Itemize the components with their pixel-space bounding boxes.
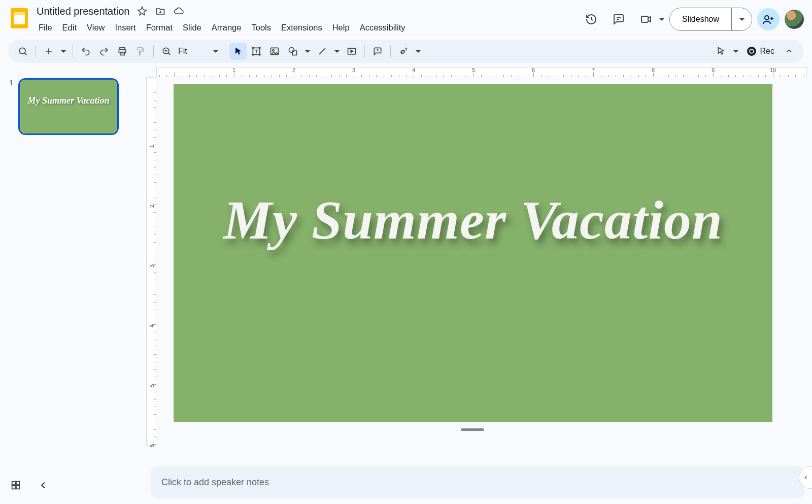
toolbar-separator (225, 45, 225, 57)
slide-thumbnail-row: 1 My Summer Vacation (7, 78, 126, 146)
svg-point-17 (273, 50, 274, 51)
grid-view-icon[interactable] (8, 478, 23, 493)
search-menus-button[interactable] (14, 43, 31, 60)
move-icon[interactable] (152, 3, 169, 20)
zoom-dropdown[interactable] (211, 43, 221, 60)
cloud-status-icon[interactable] (170, 3, 187, 20)
shape-dropdown[interactable] (302, 43, 313, 60)
zoom-level-input[interactable] (176, 44, 210, 59)
new-slide-button[interactable] (40, 43, 57, 60)
star-icon[interactable] (133, 3, 151, 20)
slideshow-split-button: Slideshow (669, 8, 752, 31)
document-title[interactable]: Untitled presentation (33, 6, 132, 17)
line-dropdown[interactable] (332, 43, 342, 60)
toolbar-separator (73, 45, 73, 57)
svg-rect-2 (14, 12, 25, 15)
comments-icon[interactable] (607, 8, 630, 30)
bottom-left-controls (8, 478, 51, 493)
video-call-icon[interactable] (635, 8, 657, 30)
speaker-notes[interactable]: Click to add speaker notes (151, 466, 804, 498)
svg-point-14 (252, 54, 254, 55)
select-tool-button[interactable] (229, 43, 247, 60)
slide-canvas-wrapper: My Summer Vacation (174, 84, 772, 422)
insert-image-button[interactable] (266, 43, 283, 60)
thumbnail-number: 1 (7, 78, 13, 87)
chevron-down-icon (305, 50, 310, 53)
svg-rect-23 (12, 486, 15, 489)
redo-button[interactable] (95, 43, 113, 60)
insert-video-button[interactable] (343, 43, 360, 60)
chevron-down-icon (334, 50, 340, 53)
svg-rect-3 (641, 16, 648, 22)
zoom-tool-button[interactable] (158, 43, 175, 60)
app-logo-icon[interactable] (8, 4, 30, 32)
speaker-notes-placeholder: Click to add speaker notes (161, 477, 269, 488)
menu-insert[interactable]: Insert (110, 21, 141, 35)
workspace: 1 My Summer Vacation 12345678910 123456 … (0, 67, 812, 504)
menu-format[interactable]: Format (141, 21, 178, 35)
svg-rect-24 (16, 486, 19, 489)
slideshow-dropdown[interactable] (731, 8, 752, 30)
menu-view[interactable]: View (82, 21, 110, 35)
svg-rect-22 (16, 482, 19, 485)
pointer-button[interactable] (713, 43, 730, 60)
pointer-dropdown[interactable] (731, 43, 741, 60)
notes-drag-handle[interactable] (461, 428, 484, 431)
history-icon[interactable] (580, 8, 602, 30)
toolbar-separator (364, 45, 365, 57)
canvas-area: 12345678910 123456 My Summer Vacation Cl… (133, 67, 812, 504)
menu-help[interactable]: Help (327, 21, 355, 35)
slide-title-text[interactable]: My Summer Vacation (223, 193, 723, 248)
svg-rect-19 (292, 51, 296, 55)
menu-extensions[interactable]: Extensions (276, 21, 327, 35)
menu-file[interactable]: File (33, 21, 57, 35)
shape-button[interactable] (284, 43, 301, 60)
menu-bar: File Edit View Insert Format Slide Arran… (33, 19, 580, 36)
toolbar-separator (36, 45, 36, 57)
filmstrip: 1 My Summer Vacation (0, 67, 133, 504)
horizontal-ruler[interactable]: 12345678910 (156, 67, 807, 77)
svg-point-13 (259, 47, 260, 49)
spelling-dropdown[interactable] (413, 43, 423, 60)
line-button[interactable] (314, 43, 331, 60)
svg-point-5 (19, 48, 25, 54)
svg-point-4 (765, 16, 769, 20)
svg-rect-21 (12, 482, 15, 485)
chevron-down-icon (213, 50, 218, 53)
slideshow-button[interactable]: Slideshow (670, 8, 731, 30)
record-icon (747, 47, 756, 56)
menu-edit[interactable]: Edit (57, 21, 82, 35)
record-label: Rec (760, 47, 774, 56)
app-header: Untitled presentation File Edit View Ins… (0, 0, 812, 37)
thumbnail-title: My Summer Vacation (27, 96, 109, 105)
slide-thumbnail[interactable]: My Summer Vacation (18, 78, 119, 135)
chevron-down-icon (416, 50, 421, 53)
new-slide-dropdown[interactable] (58, 43, 69, 60)
chevron-down-icon (733, 50, 738, 53)
chevron-down-icon (739, 18, 745, 21)
video-call-dropdown-icon[interactable] (659, 18, 664, 21)
menu-accessibility[interactable]: Accessibility (355, 21, 411, 35)
print-button[interactable] (114, 43, 131, 60)
menu-arrange[interactable]: Arrange (207, 21, 247, 35)
menu-slide[interactable]: Slide (178, 21, 207, 35)
record-button[interactable]: Rec (747, 47, 774, 56)
insert-comment-button[interactable] (369, 43, 386, 60)
account-avatar[interactable] (785, 10, 804, 29)
paint-format-button (132, 43, 149, 60)
spelling-button[interactable] (395, 43, 412, 60)
toolbar-separator (153, 45, 154, 57)
svg-point-18 (289, 48, 294, 53)
collapse-filmstrip-icon[interactable] (36, 478, 51, 493)
slide-canvas[interactable]: My Summer Vacation (174, 84, 772, 422)
toolbar: Rec (8, 40, 804, 63)
toolbar-collapse-button[interactable] (781, 43, 798, 60)
undo-button[interactable] (77, 43, 94, 60)
textbox-button[interactable] (248, 43, 265, 60)
vertical-ruler[interactable]: 123456 (146, 77, 156, 446)
svg-point-12 (252, 47, 254, 49)
menu-tools[interactable]: Tools (246, 21, 276, 35)
share-button[interactable] (757, 8, 780, 30)
svg-point-15 (259, 54, 260, 55)
chevron-down-icon (61, 50, 66, 53)
